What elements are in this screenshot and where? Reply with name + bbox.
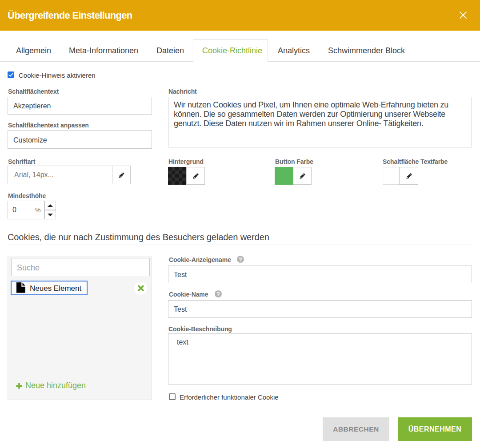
svg-text:?: ?	[239, 256, 242, 263]
svg-text:?: ?	[216, 291, 220, 297]
